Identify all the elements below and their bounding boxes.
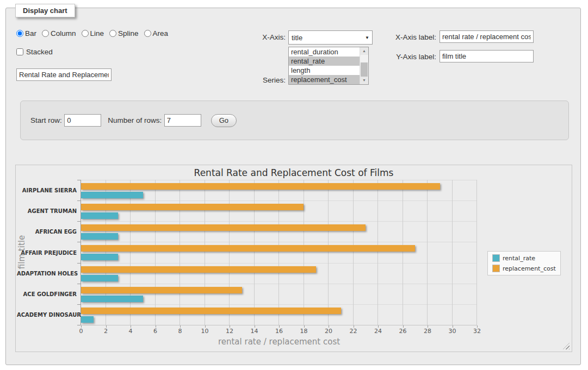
series-options: rental_durationrental_ratelengthreplacem… [289, 47, 360, 84]
x-tick-label: 22 [344, 328, 363, 335]
chart-type-option-line[interactable]: Line [82, 29, 104, 37]
scroll-down-icon[interactable]: ▼ [360, 77, 368, 84]
chevron-down-icon: ▼ [362, 35, 372, 40]
value-gridline [106, 180, 106, 325]
value-gridline [180, 180, 180, 325]
value-gridline [452, 180, 453, 325]
value-gridline [403, 180, 403, 325]
x-axis-label: X-Axis: [245, 33, 286, 41]
stacked-option: Stacked [16, 48, 53, 56]
series-multiselect[interactable]: rental_durationrental_ratelengthreplacem… [288, 47, 369, 85]
bar-rental_rate [81, 275, 118, 281]
x-axis-title: rental rate / replacement cost [218, 337, 340, 347]
radio-line[interactable] [82, 30, 89, 37]
band-gridline [81, 221, 477, 222]
value-gridline [278, 180, 279, 325]
go-button[interactable]: Go [211, 114, 237, 127]
value-gridline [476, 180, 477, 325]
num-rows-label: Number of rows: [108, 116, 162, 124]
radio-label: Spline [118, 29, 139, 37]
x-axis-line [81, 325, 477, 325]
category-label: AIRPLANE SIERRA [17, 187, 77, 193]
series-option-rental_duration[interactable]: rental_duration [289, 47, 360, 57]
bar-replacement_cost [81, 183, 440, 190]
bar-rental_rate [81, 296, 143, 302]
category-label: ACADEMY DINOSAUR [17, 311, 77, 317]
bar-replacement_cost [81, 266, 316, 273]
fieldset-legend: Display chart [15, 4, 75, 17]
x-tick-label: 18 [294, 328, 314, 335]
bar-rental_rate [81, 192, 143, 198]
radio-bar[interactable] [16, 30, 23, 37]
value-gridline [353, 180, 354, 325]
band-gridline [81, 284, 477, 284]
num-rows-input[interactable] [164, 114, 201, 127]
radio-label: Area [153, 29, 169, 37]
scroll-up-icon[interactable]: ▲ [360, 47, 368, 55]
bar-rental_rate [81, 212, 118, 219]
start-row-label: Start row: [30, 116, 62, 124]
chart-type-option-bar[interactable]: Bar [16, 29, 36, 37]
y-axis-label-input[interactable] [440, 50, 534, 62]
radio-column[interactable] [42, 30, 49, 37]
value-gridline [229, 180, 230, 325]
radio-spline[interactable] [109, 30, 116, 37]
bar-rental_rate [81, 254, 118, 260]
series-scrollbar[interactable]: ▲ ▼ [360, 47, 368, 84]
bar-replacement_cost [81, 245, 415, 252]
y-axis-title: film title [17, 235, 27, 269]
x-tick-label: 4 [121, 328, 140, 335]
x-tick-label: 14 [245, 328, 264, 335]
x-tick-label: 10 [195, 328, 215, 335]
x-tick-label: 32 [467, 328, 487, 335]
bar-replacement_cost [81, 224, 366, 231]
x-tick-label: 30 [443, 328, 462, 335]
bar-rental_rate [81, 233, 118, 240]
band-gridline [81, 242, 477, 242]
radio-label: Column [51, 29, 76, 37]
value-gridline [205, 180, 205, 325]
x-axis-label-input[interactable] [440, 30, 534, 43]
radio-label: Line [90, 29, 104, 37]
chart-type-option-column[interactable]: Column [42, 29, 76, 37]
x-axis-selected-value: title [289, 34, 362, 42]
x-tick-label: 28 [418, 328, 437, 335]
bar-replacement_cost [81, 204, 304, 210]
stacked-checkbox[interactable] [16, 48, 23, 55]
chart-type-radio-group: BarColumnLineSplineArea [16, 29, 171, 37]
value-gridline [377, 180, 378, 325]
band-gridline [81, 304, 477, 305]
value-gridline [304, 180, 304, 325]
scrollbar-thumb[interactable] [361, 62, 368, 77]
plot-area: 02468101214161820222426283032AIRPLANE SI… [81, 180, 477, 325]
bar-rental_rate [81, 316, 94, 323]
value-gridline [427, 180, 428, 325]
band-gridline [81, 263, 477, 264]
series-option-rental_rate[interactable]: rental_rate [289, 57, 360, 66]
x-tick-label: 8 [170, 328, 190, 335]
legend-item-rental_rate[interactable]: rental_rate [492, 254, 556, 262]
chart-legend: rental_ratereplacement_cost [487, 251, 561, 275]
x-axis-select[interactable]: title ▼ [288, 30, 373, 45]
legend-label: rental_rate [503, 255, 535, 262]
x-tick-label: 0 [71, 328, 91, 335]
x-tick-label: 2 [96, 328, 116, 335]
radio-area[interactable] [144, 30, 151, 37]
chart-title: Rental Rate and Replacement Cost of Film… [16, 167, 572, 178]
value-gridline [130, 180, 131, 325]
stacked-label: Stacked [26, 48, 53, 56]
legend-swatch [492, 265, 500, 272]
resize-handle-icon[interactable] [563, 343, 570, 349]
y-axis-line [81, 180, 81, 325]
radio-label: Bar [25, 29, 36, 37]
series-option-replacement_cost[interactable]: replacement_cost [289, 75, 360, 84]
x-tick-label: 24 [368, 328, 388, 335]
chart-type-option-spline[interactable]: Spline [109, 29, 139, 37]
start-row-input[interactable] [64, 114, 101, 127]
x-tick-label: 26 [393, 328, 413, 335]
legend-item-replacement_cost[interactable]: replacement_cost [492, 265, 556, 272]
chart-type-option-area[interactable]: Area [144, 29, 169, 37]
x-tick-label: 12 [220, 328, 239, 335]
chart-title-input[interactable] [16, 68, 112, 81]
series-option-length[interactable]: length [289, 66, 360, 75]
